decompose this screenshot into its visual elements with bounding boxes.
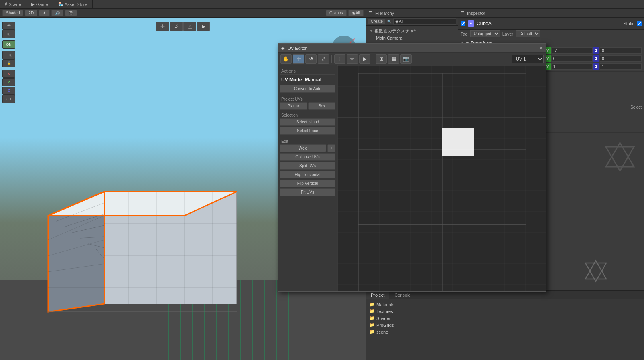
shading-dropdown[interactable]: Shaded — [2, 10, 23, 16]
separator-2 — [373, 55, 373, 63]
split-uvs-btn[interactable]: Split UVs — [280, 162, 335, 170]
translate-btn[interactable]: ✛ — [156, 22, 169, 31]
static-label: Static — [623, 21, 634, 26]
uv-canvas[interactable] — [337, 65, 546, 291]
folder-icon-5: 📁 — [369, 329, 375, 334]
folder-icon: 📁 — [369, 302, 375, 307]
uv-snap-tool[interactable]: ⊹ — [334, 54, 345, 64]
project-uvs-row: Planar Box — [280, 102, 335, 110]
uv-toolbar: ✋ ✛ ↺ ⤢ ⊹ ✏ ▶ ⊞ ▦ 📷 UV 1 — [278, 53, 546, 65]
pos-z-field[interactable]: 8 — [600, 47, 642, 54]
bottom-panel: Project Console 📁 Materials 📁 Textures 📁 — [366, 290, 644, 360]
unity-logo — [604, 141, 636, 173]
uv-channel-dropdown[interactable]: UV 1 — [512, 55, 544, 63]
hierarchy-header: ☰ Hierarchy ☰ — [366, 9, 458, 18]
hierarchy-menu-btn[interactable]: ☰ — [452, 11, 455, 15]
rot-z-field[interactable]: 0 — [600, 55, 642, 62]
inspector-obj-row: ■ CubeA Static — [458, 18, 644, 30]
gizmos-filter-btn[interactable]: ◉All — [348, 10, 364, 16]
game-icon: ▶ — [31, 2, 35, 6]
convert-to-auto-btn[interactable]: Convert to Auto — [280, 85, 335, 93]
materials-folder[interactable]: 📁 Materials — [368, 301, 444, 308]
main-camera-item[interactable]: Main Camera — [374, 35, 456, 41]
scene-toolbar: Shaded 2D ☀ 🔊 🎬 Gizmos ◉All — [0, 9, 366, 18]
uv-paint-tool[interactable]: ✏ — [347, 54, 358, 64]
scale-z-axis: Z — [593, 63, 599, 70]
svg-text:Y: Y — [353, 38, 355, 42]
uv-rotate-tool[interactable]: ↺ — [305, 54, 317, 64]
mesh-buttons: Select — [630, 105, 642, 109]
uv-move-tool[interactable]: ✛ — [293, 54, 304, 64]
x-axis-btn[interactable]: X — [2, 70, 15, 78]
select-label: Select — [630, 105, 642, 109]
tag-label: Tag — [461, 32, 468, 36]
uv-play-tool[interactable]: ▶ — [359, 54, 370, 64]
view-2d-btn[interactable]: 2D — [25, 10, 37, 16]
audio-btn[interactable]: 🔊 — [51, 10, 63, 16]
uv-hand-tool[interactable]: ✋ — [280, 54, 292, 64]
box-btn[interactable]: Box — [308, 102, 335, 110]
planar-btn[interactable]: Planar — [280, 102, 307, 110]
grid-btn[interactable]: ⊞ — [2, 30, 15, 38]
scene-root-item[interactable]: ▼ 複数面のテクスチャ* — [368, 27, 456, 35]
obj-active-checkbox[interactable] — [461, 21, 465, 26]
progrids-folder[interactable]: 📁 ProGrids — [368, 322, 444, 328]
collapse-uvs-btn[interactable]: Collapse UVs — [280, 153, 335, 161]
project-tab[interactable]: Project — [366, 291, 390, 299]
tag-dropdown[interactable]: Untagged — [470, 30, 500, 37]
shader-folder[interactable]: 📁 Shader — [368, 315, 444, 322]
fit-uvs-btn[interactable]: Fit UVs — [280, 188, 335, 196]
fx-btn[interactable]: 🎬 — [65, 10, 77, 16]
scale-btn[interactable]: △ — [183, 22, 196, 31]
rotate-btn[interactable]: ↺ — [170, 22, 183, 31]
play-mode-btn[interactable]: ▶ — [197, 22, 210, 31]
uv-grid-tool[interactable]: ▦ — [388, 54, 399, 64]
folder-icon-3: 📁 — [369, 316, 375, 321]
selection-label: Selection — [280, 111, 335, 118]
unity-logo-2 — [584, 259, 608, 284]
z-axis-btn[interactable]: Z — [2, 87, 15, 95]
hierarchy-search[interactable] — [393, 18, 456, 25]
scene-folder[interactable]: 📁 scene — [368, 328, 444, 335]
weld-btn[interactable]: Weld — [280, 144, 326, 152]
inspector-title: Inspector — [467, 11, 485, 16]
rot-y-field[interactable]: 0 — [551, 55, 593, 62]
textures-folder[interactable]: 📁 Textures — [368, 308, 444, 315]
store-icon: 🏪 — [58, 2, 63, 6]
scale-y-field[interactable]: 1 — [551, 63, 593, 70]
light-btn[interactable]: ☀ — [39, 10, 50, 16]
uv-camera-tool[interactable]: 📷 — [400, 54, 412, 64]
hierarchy-create-btn[interactable]: Create — [368, 18, 386, 24]
pos-y-field[interactable]: -7 — [551, 47, 593, 54]
weld-plus-btn[interactable]: + — [327, 144, 335, 152]
view-tool-1[interactable]: 👁 — [2, 22, 15, 30]
select-island-btn[interactable]: Select Island — [280, 118, 335, 126]
y-axis-btn[interactable]: Y — [2, 78, 15, 86]
uv-title: UV Editor — [288, 46, 307, 51]
flip-horizontal-btn[interactable]: Flip Horizontal — [280, 171, 335, 178]
hierarchy-title: Hierarchy — [375, 11, 394, 16]
obj-name-field[interactable]: CubeA — [477, 21, 621, 26]
flip-vertical-btn[interactable]: Flip Vertical — [280, 180, 335, 187]
uv-sidebar: Actions UV Mode: Manual Convert to Auto … — [278, 65, 337, 291]
tab-game[interactable]: ▶ Game — [26, 0, 53, 8]
uv-layout-tool[interactable]: ⊞ — [376, 54, 387, 64]
project-content-area — [446, 299, 644, 360]
uv-close-btn[interactable]: ✕ — [539, 45, 543, 51]
inspector-header: ☰ Inspector — [458, 9, 644, 18]
3d-btn[interactable]: 3D — [2, 95, 15, 103]
scale-z-field[interactable]: 1 — [600, 63, 642, 70]
console-tab[interactable]: Console — [390, 291, 416, 299]
gizmos-btn[interactable]: Gizmos — [326, 10, 347, 16]
lock-btn[interactable]: 🔒 — [2, 59, 15, 67]
project-tree: 📁 Materials 📁 Textures 📁 Shader 📁 ProGri… — [366, 299, 446, 360]
select-face-btn[interactable]: Select Face — [280, 127, 335, 135]
layer-dropdown[interactable]: Default — [516, 30, 540, 37]
static-checkbox[interactable] — [637, 21, 642, 26]
move-snap-btn[interactable]: →⊞ — [2, 51, 15, 59]
uv-scale-tool[interactable]: ⤢ — [318, 54, 329, 64]
search-icon: 🔍 — [387, 20, 392, 24]
on-btn[interactable]: ON — [2, 40, 15, 49]
tab-scene[interactable]: # Scene — [0, 0, 26, 8]
tab-asset-store[interactable]: 🏪 Asset Store — [53, 0, 93, 8]
